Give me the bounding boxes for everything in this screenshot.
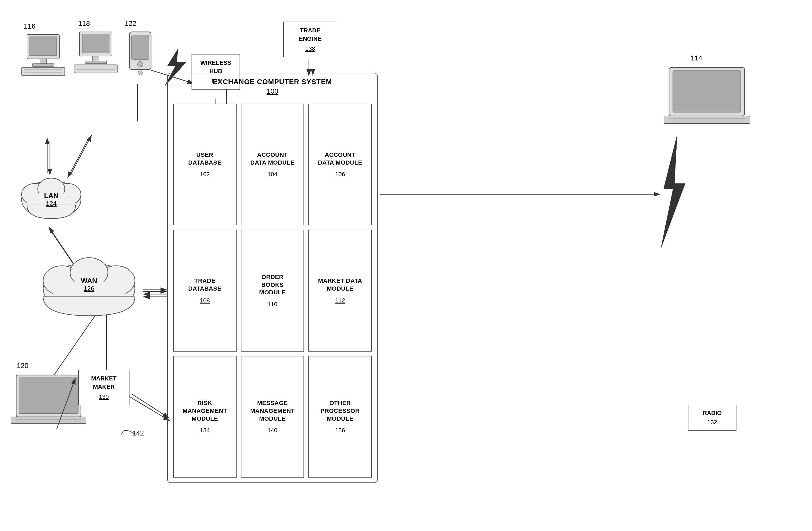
- market-maker-box: MARKET MAKER 130: [78, 370, 130, 405]
- lan-cloud: LAN 124: [16, 173, 86, 228]
- module-other-processor-name: OTHERPROCESSORMODULE: [320, 399, 360, 422]
- ref-120: 120: [17, 361, 28, 370]
- module-account-data-2: ACCOUNTDATA MODULE 106: [308, 104, 372, 225]
- device-laptop-114: [664, 65, 750, 131]
- module-market-data-name: MARKET DATAMODULE: [318, 277, 362, 292]
- svg-line-67: [57, 378, 75, 429]
- svg-rect-29: [74, 65, 117, 73]
- svg-line-5: [68, 138, 89, 178]
- ref-118: 118: [78, 19, 90, 28]
- module-order-books: ORDERBOOKSMODULE 110: [241, 230, 304, 351]
- module-user-database-name: USERDATABASE: [188, 151, 221, 167]
- exchange-number: 100: [171, 87, 374, 96]
- module-risk-management-num: 134: [200, 427, 210, 434]
- module-account-data-1-name: ACCOUNTDATA MODULE: [250, 151, 294, 167]
- svg-line-69: [132, 394, 170, 418]
- lan-label: LAN: [16, 191, 86, 200]
- module-grid: USERDATABASE 102 ACCOUNTDATA MODULE 104 …: [171, 101, 374, 480]
- market-maker-number: 130: [84, 393, 124, 400]
- market-maker-label: MARKET MAKER: [84, 374, 124, 391]
- radio-box: RADIO 132: [688, 405, 737, 431]
- wan-number: 126: [35, 285, 143, 292]
- svg-rect-19: [30, 37, 57, 56]
- module-account-data-1-num: 104: [267, 171, 278, 178]
- module-user-database: USERDATABASE 102: [173, 104, 236, 225]
- module-market-data-num: 112: [335, 297, 345, 304]
- module-market-data: MARKET DATAMODULE 112: [308, 230, 372, 351]
- trade-engine-number: 138: [290, 45, 330, 52]
- svg-rect-21: [32, 64, 54, 66]
- module-user-database-num: 102: [200, 171, 210, 178]
- exchange-system-box: EXCHANGE COMPUTER SYSTEM 100 USERDATABAS…: [167, 73, 378, 483]
- module-other-processor: OTHERPROCESSORMODULE 136: [308, 356, 372, 477]
- wan-exchange-arrows: [140, 286, 173, 300]
- svg-rect-54: [673, 71, 741, 112]
- svg-point-46: [137, 61, 143, 67]
- ref-116: 116: [24, 22, 35, 30]
- module-account-data-2-name: ACCOUNTDATA MODULE: [318, 151, 362, 167]
- module-message-management: MESSAGEMANAGEMENTMODULE 140: [241, 356, 304, 477]
- module-trade-database-name: TRADEDATABASE: [188, 277, 221, 292]
- svg-point-47: [138, 71, 142, 75]
- mm-to-exchange-arrow: [129, 391, 177, 426]
- radio-label: RADIO: [696, 410, 728, 417]
- module-other-processor-num: 136: [335, 427, 345, 434]
- module-order-books-name: ORDERBOOKSMODULE: [259, 273, 286, 297]
- trade-engine-box: TRADE ENGINE 138: [283, 21, 337, 57]
- device-desktop-116: [16, 32, 70, 82]
- svg-rect-20: [40, 59, 46, 64]
- module-order-books-num: 110: [267, 301, 278, 308]
- module-account-data-1: ACCOUNTDATA MODULE 104: [241, 104, 304, 225]
- svg-line-6: [70, 135, 92, 175]
- module-account-data-2-num: 106: [335, 171, 345, 178]
- wan-label: WAN: [35, 276, 143, 285]
- svg-rect-28: [85, 61, 106, 64]
- device-desktop-118: [69, 29, 123, 79]
- svg-rect-55: [664, 116, 750, 124]
- exchange-title: EXCHANGE COMPUTER SYSTEM: [171, 76, 374, 86]
- diagram-container: 116 118: [0, 0, 812, 531]
- module-trade-database: TRADEDATABASE 108: [173, 230, 236, 351]
- ref-114: 114: [691, 54, 702, 62]
- device-phone-122: [121, 29, 159, 84]
- module-risk-management-name: RISKMANAGEMENTMODULE: [183, 399, 227, 422]
- svg-rect-26: [82, 34, 109, 53]
- svg-rect-22: [21, 68, 65, 75]
- wan-cloud: WAN 126: [35, 254, 143, 325]
- lan-number: 124: [16, 200, 86, 207]
- exchange-to-laptop-arrow: [380, 189, 666, 200]
- trade-engine-label: TRADE ENGINE: [290, 26, 330, 43]
- module-message-management-num: 140: [267, 427, 278, 434]
- module-message-management-name: MESSAGEMANAGEMENTMODULE: [250, 399, 294, 422]
- ref-142-curve: [119, 424, 140, 437]
- ref-122: 122: [125, 19, 136, 28]
- svg-rect-27: [92, 56, 99, 61]
- module-risk-management: RISKMANAGEMENTMODULE 134: [173, 356, 236, 477]
- radio-number: 132: [696, 419, 728, 426]
- module-trade-database-num: 108: [200, 297, 210, 304]
- svg-rect-45: [132, 35, 149, 59]
